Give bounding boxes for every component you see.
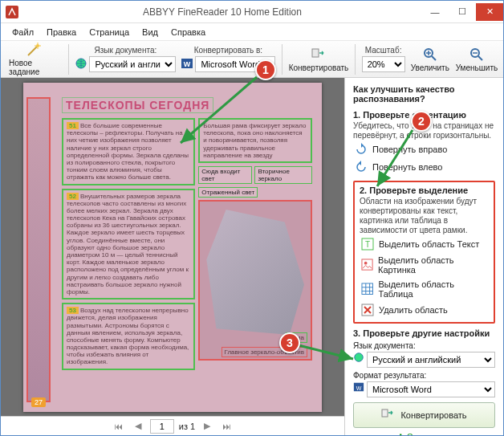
label-light-in[interactable]: Сюда входит свет (198, 166, 252, 184)
page-navigation: ⏮ ◀ из 1 ▶ ⏭ (1, 416, 344, 435)
window-title: ABBYY FineReader 10 Home Edition (23, 6, 421, 18)
side-convert-button[interactable]: Конвертировать (353, 402, 495, 428)
select-text-action[interactable]: T Выделить область Текст (360, 235, 489, 253)
svg-rect-17 (382, 410, 388, 417)
svg-text:W: W (356, 385, 362, 391)
svg-text:T: T (365, 240, 370, 249)
section-2-text: Области на изображении будут конвертиров… (360, 197, 489, 235)
menu-bar: Файл Правка Страница Вид Справка (1, 23, 503, 41)
side-lang-select[interactable]: Русский и английский (367, 352, 495, 368)
zoom-in-icon (422, 47, 438, 63)
svg-text:W: W (184, 60, 191, 68)
svg-rect-5 (312, 49, 319, 57)
text-region-icon: T (361, 238, 374, 251)
label-reflected-light[interactable]: Отраженный свет (198, 187, 258, 198)
page-number-badge: 27 (31, 397, 46, 407)
scanned-page: ТЕЛЕСКОПЫ СЕГОДНЯ 51Все большие современ… (23, 83, 322, 412)
section-selection: 2. Проверьте выделение Области на изобра… (353, 181, 495, 324)
section-3-title: 3. Проверьте другие настройки (353, 328, 495, 338)
text-region-caption-top[interactable]: Большая рама фиксирует зеркало телескопа… (198, 118, 312, 163)
text-region-52[interactable]: 52Внушительных размеров зеркала телескоп… (62, 189, 195, 300)
menu-file[interactable]: Файл (7, 26, 39, 39)
canvas-viewport[interactable]: ТЕЛЕСКОПЫ СЕГОДНЯ 51Все большие современ… (1, 78, 344, 416)
doc-language-group: Язык документа: Русский и англи (75, 46, 176, 72)
minimize-button[interactable]: — (421, 3, 449, 21)
side-lang-label: Язык документа: (353, 341, 495, 350)
word-icon: W (181, 57, 193, 71)
telescope-illustration (206, 210, 304, 335)
menu-edit[interactable]: Правка (42, 26, 81, 39)
side-format-select[interactable]: Microsoft Word (367, 381, 495, 397)
section-other: 3. Проверьте другие настройки Язык докум… (353, 328, 495, 397)
app-window: ABBYY FineReader 10 Home Edition — ☐ ✕ Ф… (0, 0, 504, 436)
text-region-51[interactable]: 51Все большие современные телескопы – ре… (62, 118, 195, 185)
zoom-select[interactable]: 20% (362, 56, 405, 72)
menu-page[interactable]: Страница (84, 26, 134, 39)
text-region-53[interactable]: 53Воздух над телескопом непрерывно движе… (62, 303, 195, 370)
app-icon (6, 6, 18, 18)
select-image-action[interactable]: Выделить область Картинка (360, 253, 489, 277)
delete-region-action[interactable]: Удалить область (360, 301, 489, 319)
feedback-link[interactable]: ✚ Отзывы и предложения (353, 433, 495, 435)
callout-1: 1 (255, 59, 276, 80)
menu-view[interactable]: Вид (137, 26, 163, 39)
wand-icon (26, 42, 42, 58)
plus-icon: ✚ (397, 433, 404, 435)
table-region-icon (361, 283, 373, 295)
svg-point-11 (364, 262, 368, 265)
select-table-action[interactable]: Выделить область Таблица (360, 277, 489, 301)
new-task-button[interactable]: Новое задание (6, 40, 62, 78)
callout-3: 3 (279, 332, 300, 353)
page-heading[interactable]: ТЕЛЕСКОПЫ СЕГОДНЯ (62, 97, 213, 113)
page-number-input[interactable] (150, 419, 174, 434)
convert-button[interactable]: Конвертировать (289, 45, 348, 74)
zoom-group: Масштаб: 20% (362, 46, 405, 72)
section-2-title: 2. Проверьте выделение (360, 185, 489, 195)
margin-image-region[interactable] (26, 97, 51, 402)
zoom-in-button[interactable]: Увеличить (410, 45, 450, 74)
rotate-right-icon (355, 143, 368, 156)
svg-rect-12 (362, 283, 372, 294)
document-canvas: ТЕЛЕСКОПЫ СЕГОДНЯ 51Все большие современ… (1, 78, 344, 435)
convert-icon-small (381, 408, 394, 422)
svg-rect-10 (362, 259, 372, 270)
nav-next-icon[interactable]: ▶ (200, 420, 214, 433)
side-format-label: Формат результата: (353, 371, 495, 380)
rotate-right-action[interactable]: Повернуть вправо (353, 141, 495, 158)
globe-icon (75, 57, 87, 71)
maximize-button[interactable]: ☐ (449, 3, 476, 21)
toolbar: Новое задание Язык документа: Русский и … (1, 41, 503, 78)
word-icon-small: W (353, 381, 364, 397)
label-secondary-mirror[interactable]: Вторичное зеркало (254, 166, 312, 184)
zoom-out-icon (469, 47, 485, 63)
rotate-left-action[interactable]: Повернуть влево (353, 158, 495, 176)
doc-language-select[interactable]: Русский и англи (89, 56, 176, 72)
close-button[interactable]: ✕ (476, 3, 503, 21)
rotate-left-icon (355, 161, 368, 173)
callout-2: 2 (411, 111, 432, 132)
zoom-out-button[interactable]: Уменьшить (455, 45, 498, 74)
title-bar: ABBYY FineReader 10 Home Edition — ☐ ✕ (1, 1, 503, 23)
page-total-label: из 1 (179, 422, 195, 431)
nav-first-icon[interactable]: ⏮ (112, 420, 126, 433)
globe-icon-small (353, 352, 364, 368)
panel-heading: Как улучшить качество распознавания? (353, 84, 495, 104)
delete-region-icon (361, 304, 374, 316)
svg-point-1 (36, 44, 39, 47)
menu-help[interactable]: Справка (166, 26, 210, 39)
convert-icon (311, 47, 327, 63)
help-panel: Как улучшить качество распознавания? 1. … (344, 78, 503, 435)
svg-point-14 (355, 353, 364, 362)
nav-last-icon[interactable]: ⏭ (219, 420, 234, 433)
workspace: ТЕЛЕСКОПЫ СЕГОДНЯ 51Все большие современ… (1, 78, 503, 435)
image-region-icon (361, 259, 373, 271)
nav-prev-icon[interactable]: ◀ (131, 420, 145, 433)
